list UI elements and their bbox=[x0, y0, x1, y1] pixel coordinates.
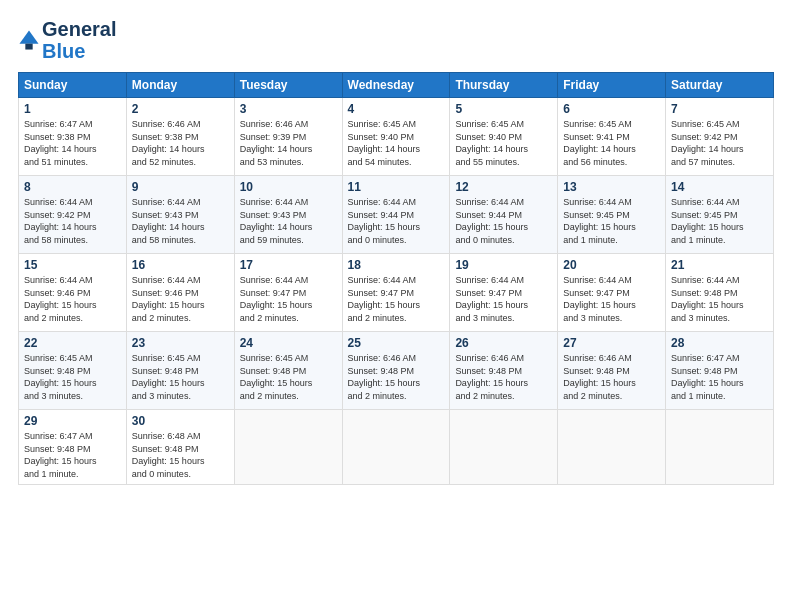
weekday-header-cell: Monday bbox=[126, 73, 234, 98]
cell-info: Sunrise: 6:46 AMSunset: 9:39 PMDaylight:… bbox=[240, 118, 337, 168]
calendar-cell: 4Sunrise: 6:45 AMSunset: 9:40 PMDaylight… bbox=[342, 98, 450, 176]
calendar-cell: 25Sunrise: 6:46 AMSunset: 9:48 PMDayligh… bbox=[342, 332, 450, 410]
day-number: 23 bbox=[132, 336, 229, 350]
day-number: 22 bbox=[24, 336, 121, 350]
day-number: 21 bbox=[671, 258, 768, 272]
day-number: 13 bbox=[563, 180, 660, 194]
day-number: 19 bbox=[455, 258, 552, 272]
calendar-week: 15Sunrise: 6:44 AMSunset: 9:46 PMDayligh… bbox=[19, 254, 774, 332]
calendar-cell: 20Sunrise: 6:44 AMSunset: 9:47 PMDayligh… bbox=[558, 254, 666, 332]
calendar-cell bbox=[234, 410, 342, 485]
calendar-cell: 28Sunrise: 6:47 AMSunset: 9:48 PMDayligh… bbox=[666, 332, 774, 410]
weekday-header-cell: Saturday bbox=[666, 73, 774, 98]
svg-rect-1 bbox=[25, 44, 32, 50]
calendar-cell: 5Sunrise: 6:45 AMSunset: 9:40 PMDaylight… bbox=[450, 98, 558, 176]
logo: General Blue bbox=[18, 18, 116, 62]
cell-info: Sunrise: 6:44 AMSunset: 9:45 PMDaylight:… bbox=[563, 196, 660, 246]
page: General Blue SundayMondayTuesdayWednesda… bbox=[0, 0, 792, 612]
day-number: 6 bbox=[563, 102, 660, 116]
cell-info: Sunrise: 6:47 AMSunset: 9:38 PMDaylight:… bbox=[24, 118, 121, 168]
weekday-header-cell: Friday bbox=[558, 73, 666, 98]
day-number: 26 bbox=[455, 336, 552, 350]
cell-info: Sunrise: 6:46 AMSunset: 9:48 PMDaylight:… bbox=[455, 352, 552, 402]
calendar-week: 1Sunrise: 6:47 AMSunset: 9:38 PMDaylight… bbox=[19, 98, 774, 176]
day-number: 30 bbox=[132, 414, 229, 428]
calendar-cell: 26Sunrise: 6:46 AMSunset: 9:48 PMDayligh… bbox=[450, 332, 558, 410]
day-number: 9 bbox=[132, 180, 229, 194]
day-number: 14 bbox=[671, 180, 768, 194]
day-number: 1 bbox=[24, 102, 121, 116]
cell-info: Sunrise: 6:45 AMSunset: 9:41 PMDaylight:… bbox=[563, 118, 660, 168]
cell-info: Sunrise: 6:45 AMSunset: 9:48 PMDaylight:… bbox=[240, 352, 337, 402]
day-number: 16 bbox=[132, 258, 229, 272]
day-number: 12 bbox=[455, 180, 552, 194]
day-number: 20 bbox=[563, 258, 660, 272]
cell-info: Sunrise: 6:44 AMSunset: 9:47 PMDaylight:… bbox=[240, 274, 337, 324]
day-number: 28 bbox=[671, 336, 768, 350]
calendar-cell: 9Sunrise: 6:44 AMSunset: 9:43 PMDaylight… bbox=[126, 176, 234, 254]
day-number: 10 bbox=[240, 180, 337, 194]
day-number: 5 bbox=[455, 102, 552, 116]
cell-info: Sunrise: 6:46 AMSunset: 9:48 PMDaylight:… bbox=[348, 352, 445, 402]
calendar-cell: 27Sunrise: 6:46 AMSunset: 9:48 PMDayligh… bbox=[558, 332, 666, 410]
calendar-cell bbox=[666, 410, 774, 485]
cell-info: Sunrise: 6:45 AMSunset: 9:48 PMDaylight:… bbox=[24, 352, 121, 402]
calendar-cell: 14Sunrise: 6:44 AMSunset: 9:45 PMDayligh… bbox=[666, 176, 774, 254]
calendar-cell: 11Sunrise: 6:44 AMSunset: 9:44 PMDayligh… bbox=[342, 176, 450, 254]
cell-info: Sunrise: 6:44 AMSunset: 9:47 PMDaylight:… bbox=[348, 274, 445, 324]
cell-info: Sunrise: 6:47 AMSunset: 9:48 PMDaylight:… bbox=[671, 352, 768, 402]
logo-text: General Blue bbox=[42, 18, 116, 62]
calendar-cell: 30Sunrise: 6:48 AMSunset: 9:48 PMDayligh… bbox=[126, 410, 234, 485]
day-number: 2 bbox=[132, 102, 229, 116]
calendar-cell: 2Sunrise: 6:46 AMSunset: 9:38 PMDaylight… bbox=[126, 98, 234, 176]
calendar-cell: 13Sunrise: 6:44 AMSunset: 9:45 PMDayligh… bbox=[558, 176, 666, 254]
cell-info: Sunrise: 6:47 AMSunset: 9:48 PMDaylight:… bbox=[24, 430, 121, 480]
calendar-cell bbox=[342, 410, 450, 485]
calendar-cell: 12Sunrise: 6:44 AMSunset: 9:44 PMDayligh… bbox=[450, 176, 558, 254]
calendar-cell: 18Sunrise: 6:44 AMSunset: 9:47 PMDayligh… bbox=[342, 254, 450, 332]
day-number: 27 bbox=[563, 336, 660, 350]
cell-info: Sunrise: 6:44 AMSunset: 9:45 PMDaylight:… bbox=[671, 196, 768, 246]
cell-info: Sunrise: 6:45 AMSunset: 9:40 PMDaylight:… bbox=[455, 118, 552, 168]
calendar-week: 8Sunrise: 6:44 AMSunset: 9:42 PMDaylight… bbox=[19, 176, 774, 254]
weekday-header-cell: Thursday bbox=[450, 73, 558, 98]
logo-icon bbox=[18, 29, 40, 51]
cell-info: Sunrise: 6:48 AMSunset: 9:48 PMDaylight:… bbox=[132, 430, 229, 480]
weekday-header: SundayMondayTuesdayWednesdayThursdayFrid… bbox=[19, 73, 774, 98]
calendar-cell: 29Sunrise: 6:47 AMSunset: 9:48 PMDayligh… bbox=[19, 410, 127, 485]
day-number: 15 bbox=[24, 258, 121, 272]
day-number: 7 bbox=[671, 102, 768, 116]
calendar-body: 1Sunrise: 6:47 AMSunset: 9:38 PMDaylight… bbox=[19, 98, 774, 485]
calendar-cell: 23Sunrise: 6:45 AMSunset: 9:48 PMDayligh… bbox=[126, 332, 234, 410]
day-number: 25 bbox=[348, 336, 445, 350]
cell-info: Sunrise: 6:44 AMSunset: 9:48 PMDaylight:… bbox=[671, 274, 768, 324]
calendar-cell bbox=[558, 410, 666, 485]
day-number: 18 bbox=[348, 258, 445, 272]
calendar-cell: 6Sunrise: 6:45 AMSunset: 9:41 PMDaylight… bbox=[558, 98, 666, 176]
calendar-cell: 22Sunrise: 6:45 AMSunset: 9:48 PMDayligh… bbox=[19, 332, 127, 410]
cell-info: Sunrise: 6:45 AMSunset: 9:42 PMDaylight:… bbox=[671, 118, 768, 168]
day-number: 4 bbox=[348, 102, 445, 116]
cell-info: Sunrise: 6:44 AMSunset: 9:47 PMDaylight:… bbox=[455, 274, 552, 324]
calendar-cell: 1Sunrise: 6:47 AMSunset: 9:38 PMDaylight… bbox=[19, 98, 127, 176]
calendar-cell: 24Sunrise: 6:45 AMSunset: 9:48 PMDayligh… bbox=[234, 332, 342, 410]
calendar-cell: 19Sunrise: 6:44 AMSunset: 9:47 PMDayligh… bbox=[450, 254, 558, 332]
weekday-header-cell: Tuesday bbox=[234, 73, 342, 98]
cell-info: Sunrise: 6:44 AMSunset: 9:46 PMDaylight:… bbox=[24, 274, 121, 324]
calendar-cell: 10Sunrise: 6:44 AMSunset: 9:43 PMDayligh… bbox=[234, 176, 342, 254]
cell-info: Sunrise: 6:44 AMSunset: 9:43 PMDaylight:… bbox=[132, 196, 229, 246]
day-number: 17 bbox=[240, 258, 337, 272]
cell-info: Sunrise: 6:44 AMSunset: 9:47 PMDaylight:… bbox=[563, 274, 660, 324]
calendar-cell: 7Sunrise: 6:45 AMSunset: 9:42 PMDaylight… bbox=[666, 98, 774, 176]
weekday-header-cell: Sunday bbox=[19, 73, 127, 98]
calendar-week: 22Sunrise: 6:45 AMSunset: 9:48 PMDayligh… bbox=[19, 332, 774, 410]
calendar-cell: 3Sunrise: 6:46 AMSunset: 9:39 PMDaylight… bbox=[234, 98, 342, 176]
calendar-cell: 16Sunrise: 6:44 AMSunset: 9:46 PMDayligh… bbox=[126, 254, 234, 332]
header: General Blue bbox=[18, 18, 774, 62]
day-number: 8 bbox=[24, 180, 121, 194]
calendar-cell: 21Sunrise: 6:44 AMSunset: 9:48 PMDayligh… bbox=[666, 254, 774, 332]
calendar: SundayMondayTuesdayWednesdayThursdayFrid… bbox=[18, 72, 774, 485]
calendar-cell bbox=[450, 410, 558, 485]
calendar-week: 29Sunrise: 6:47 AMSunset: 9:48 PMDayligh… bbox=[19, 410, 774, 485]
cell-info: Sunrise: 6:44 AMSunset: 9:43 PMDaylight:… bbox=[240, 196, 337, 246]
